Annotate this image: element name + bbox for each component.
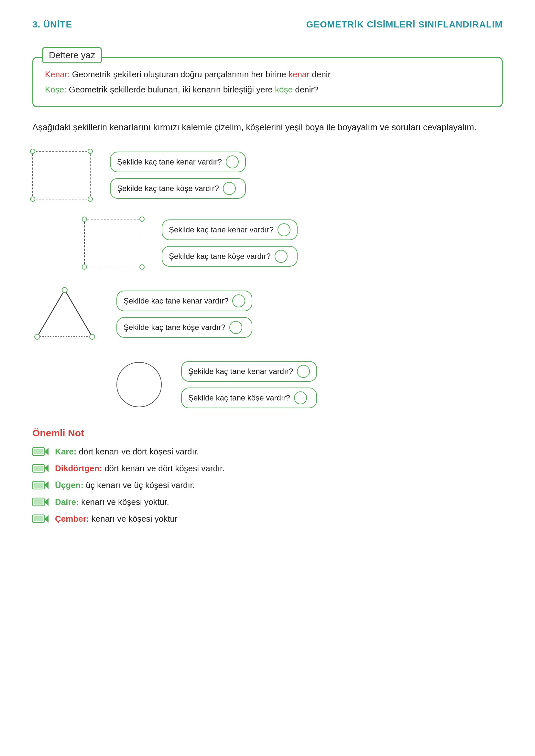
- arrow-icon-daire: [32, 497, 48, 507]
- note-ucgen-text: Üçgen: üç kenarı ve üç köşesi vardır.: [55, 480, 195, 490]
- svg-marker-20: [44, 515, 48, 523]
- shape-section-circle: Şekilde kaç tane kenar vardır? Şekilde k…: [32, 361, 503, 408]
- daire-desc: kenarı ve köşesi yoktur.: [81, 497, 169, 507]
- answer-circle-kose-2[interactable]: [275, 250, 288, 263]
- cember-label: Çember:: [55, 514, 89, 524]
- note-daire-text: Daire: kenarı ve köşesi yoktur.: [55, 497, 169, 507]
- q-box-kose-1: Şekilde kaç tane köşe vardır?: [110, 178, 246, 199]
- q-text-kose-4: Şekilde kaç tane köşe vardır?: [188, 393, 290, 402]
- note-kare-text: Kare: dört kenarı ve dört köşesi vardır.: [55, 447, 199, 457]
- q-box-kenar-1: Şekilde kaç tane kenar vardır?: [110, 151, 246, 172]
- deftere-yaz-tab: Deftere yaz: [42, 47, 102, 63]
- answer-circle-kenar-2[interactable]: [277, 223, 291, 236]
- svg-marker-8: [44, 448, 48, 455]
- onemli-not-section: Önemli Not Kare: dört kenarı ve dört köş…: [32, 428, 503, 524]
- svg-marker-14: [44, 481, 48, 489]
- dikdortgen-desc: dört kenarı ve dört köşesi vardır.: [104, 464, 224, 473]
- svg-rect-10: [34, 466, 43, 471]
- questions-triangle: Şekilde kaç tane kenar vardır? Şekilde k…: [116, 290, 252, 338]
- daire-label: Daire:: [55, 497, 79, 507]
- q-box-kose-4: Şekilde kaç tane köşe vardır?: [181, 388, 317, 408]
- q-box-kose-2: Şekilde kaç tane köşe vardır?: [162, 246, 297, 267]
- svg-rect-19: [34, 516, 43, 521]
- deftere-yaz-section: Deftere yaz Kenar: Geometrik şekilleri o…: [32, 43, 503, 107]
- page-title: GEOMETRİK CİSİMLERİ SINIFLANDIRALIM: [306, 19, 503, 30]
- corner-tr-1: [88, 149, 93, 154]
- q-text-kose-1: Şekilde kaç tane köşe vardır?: [117, 184, 219, 193]
- note-daire: Daire: kenarı ve köşesi yoktur.: [32, 497, 503, 507]
- deftere-yaz-box: Kenar: Geometrik şekilleri oluşturan doğ…: [32, 57, 503, 107]
- corner-tr-2: [139, 217, 145, 222]
- triangle-svg: [32, 287, 97, 342]
- svg-point-3: [62, 287, 67, 292]
- note-dikdortgen-text: Dikdörtgen: dört kenarı ve dört köşesi v…: [55, 464, 225, 473]
- q-box-kenar-4: Şekilde kaç tane kenar vardır?: [181, 361, 317, 382]
- corner-br-2: [139, 264, 145, 270]
- kose-keyword: köşe: [275, 85, 293, 94]
- ucgen-label: Üçgen:: [55, 480, 83, 490]
- note-dikdortgen: Dikdörtgen: dört kenarı ve dört köşesi v…: [32, 463, 503, 473]
- kose-suffix: denir?: [295, 85, 318, 94]
- svg-rect-16: [34, 500, 43, 504]
- shape-section-rect1: Şekilde kaç tane kenar vardır? Şekilde k…: [32, 151, 503, 200]
- answer-circle-kenar-4[interactable]: [297, 365, 310, 378]
- kare-label: Kare:: [55, 447, 76, 456]
- answer-circle-kose-1[interactable]: [223, 182, 236, 195]
- kenar-suffix: denir: [312, 69, 330, 79]
- kenar-text: Geometrik şekilleri oluşturan doğru parç…: [72, 69, 289, 79]
- definition-kenar: Kenar: Geometrik şekilleri oluşturan doğ…: [45, 67, 490, 82]
- arrow-icon-cember: [32, 514, 48, 524]
- questions-circle: Şekilde kaç tane kenar vardır? Şekilde k…: [181, 361, 317, 408]
- svg-point-5: [90, 334, 95, 339]
- kenar-keyword: kenar: [289, 69, 310, 79]
- q-text-kenar-1: Şekilde kaç tane kenar vardır?: [117, 157, 222, 167]
- corner-br-1: [88, 197, 93, 202]
- svg-marker-17: [44, 498, 48, 506]
- svg-rect-7: [34, 449, 43, 454]
- note-cember: Çember: kenarı ve köşesi yoktur: [32, 514, 503, 524]
- onemli-not-title: Önemli Not: [32, 428, 503, 439]
- q-text-kenar-2: Şekilde kaç tane kenar vardır?: [169, 225, 274, 234]
- shape-section-rect2: Şekilde kaç tane kenar vardır? Şekilde k…: [32, 219, 503, 267]
- note-ucgen: Üçgen: üç kenarı ve üç köşesi vardır.: [32, 480, 503, 490]
- page-header: 3. ÜNİTE GEOMETRİK CİSİMLERİ SINIFLANDIR…: [32, 19, 503, 30]
- answer-circle-kose-4[interactable]: [294, 392, 307, 404]
- arrow-icon-dikdortgen: [32, 463, 48, 473]
- intro-text: Aşağıdaki şekillerin kenarlarını kırmızı…: [32, 120, 503, 135]
- corner-tl-2: [82, 217, 87, 222]
- corner-tl-1: [30, 149, 35, 154]
- q-text-kenar-4: Şekilde kaç tane kenar vardır?: [188, 367, 293, 376]
- note-cember-text: Çember: kenarı ve köşesi yoktur: [55, 514, 178, 524]
- svg-marker-11: [44, 465, 48, 472]
- q-box-kenar-3: Şekilde kaç tane kenar vardır?: [116, 290, 252, 311]
- answer-circle-kenar-3[interactable]: [232, 294, 245, 308]
- corner-bl-1: [30, 197, 35, 202]
- q-box-kenar-2: Şekilde kaç tane kenar vardır?: [162, 220, 297, 240]
- shape-rect2: [84, 219, 142, 267]
- unit-label: 3. ÜNİTE: [32, 19, 72, 30]
- q-text-kose-2: Şekilde kaç tane köşe vardır?: [169, 252, 271, 261]
- q-text-kose-3: Şekilde kaç tane köşe vardır?: [124, 323, 225, 332]
- dikdortgen-label: Dikdörtgen:: [55, 464, 102, 473]
- arrow-icon-ucgen: [32, 480, 48, 490]
- arrow-icon-kare: [32, 446, 48, 457]
- kare-desc: dört kenarı ve dört köşesi vardır.: [79, 447, 199, 456]
- shape-section-triangle: Şekilde kaç tane kenar vardır? Şekilde k…: [32, 287, 503, 342]
- answer-circle-kose-3[interactable]: [229, 321, 242, 334]
- svg-point-4: [35, 334, 40, 339]
- rectangle-dashed-1: [32, 151, 91, 200]
- svg-line-2: [65, 290, 92, 337]
- kose-text: Geometrik şekillerde bulunan, iki kenarı…: [69, 85, 275, 94]
- q-text-kenar-3: Şekilde kaç tane kenar vardır?: [124, 296, 228, 306]
- svg-line-0: [37, 290, 65, 337]
- definition-kose: Köşe: Geometrik şekillerde bulunan, iki …: [45, 82, 490, 97]
- questions-rect2: Şekilde kaç tane kenar vardır? Şekilde k…: [162, 220, 297, 267]
- note-kare: Kare: dört kenarı ve dört köşesi vardır.: [32, 446, 503, 457]
- svg-rect-13: [34, 483, 43, 488]
- rectangle-dashed-2: [84, 219, 142, 267]
- triangle-shape: [32, 287, 97, 342]
- circle-shape: [116, 362, 162, 407]
- cember-desc: kenarı ve köşesi yoktur: [92, 514, 178, 524]
- shape-circle: [116, 362, 162, 407]
- answer-circle-kenar-1[interactable]: [226, 155, 239, 168]
